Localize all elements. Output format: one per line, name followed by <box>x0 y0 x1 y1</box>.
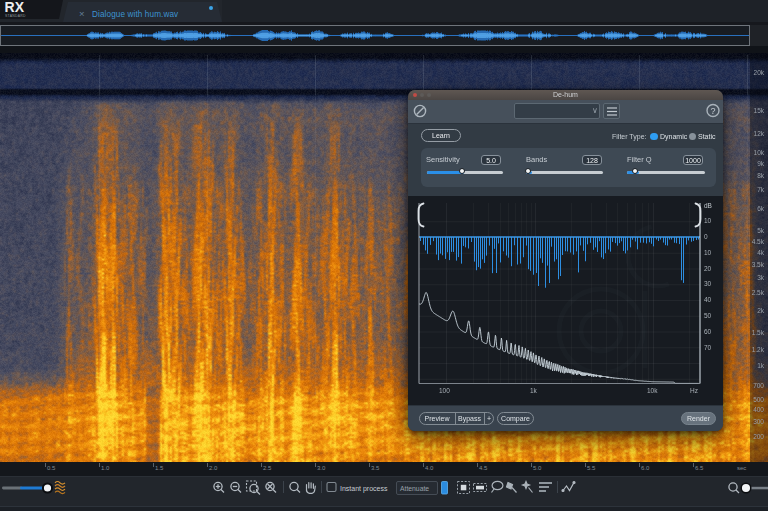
svg-text:?: ? <box>710 106 715 116</box>
